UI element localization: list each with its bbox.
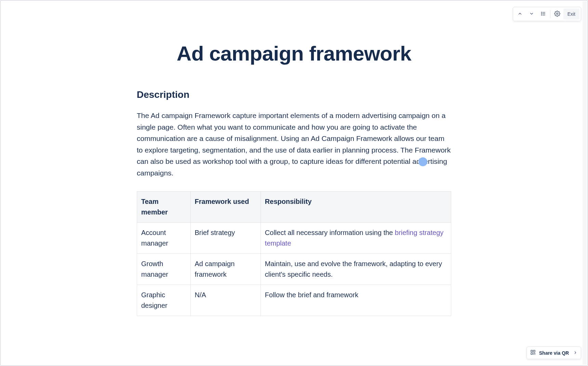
table-row: Growth manager Ad campaign framework Mai…	[137, 253, 451, 285]
settings-button[interactable]	[552, 9, 563, 19]
cell-responsibility: Collect all necessary information using …	[260, 222, 451, 253]
table-header-member: Team member	[137, 191, 191, 222]
scrollbar[interactable]	[583, 1, 587, 365]
cursor-indicator	[418, 157, 427, 166]
svg-point-4	[541, 13, 542, 14]
presentation-toolbar: Exit	[513, 7, 581, 21]
gear-icon	[554, 11, 560, 18]
content: Ad campaign framework Description The Ad…	[133, 1, 455, 330]
table-header-row: Team member Framework used Responsibilit…	[137, 191, 451, 222]
qr-icon	[530, 350, 536, 356]
list-icon	[540, 11, 546, 17]
page-title: Ad campaign framework	[137, 42, 451, 65]
table-header-responsibility: Responsibility	[260, 191, 451, 222]
svg-point-5	[541, 15, 542, 15]
svg-rect-8	[533, 350, 535, 352]
content-scroll[interactable]: Ad campaign framework Description The Ad…	[1, 1, 587, 365]
cell-member: Account manager	[137, 222, 191, 253]
share-label: Share via QR	[539, 350, 569, 356]
exit-button[interactable]: Exit	[563, 9, 579, 19]
description-body: The Ad campaign Framework capture import…	[137, 110, 451, 179]
cell-responsibility: Follow the brief and framework	[260, 285, 451, 316]
chevron-right-icon	[573, 350, 577, 356]
cell-responsibility: Maintain, use and evolve the framework, …	[260, 253, 451, 285]
cell-member: Growth manager	[137, 253, 191, 285]
chevron-down-icon	[529, 11, 534, 17]
cell-framework: N/A	[190, 285, 260, 316]
svg-point-6	[556, 13, 558, 14]
chevron-up-icon	[518, 11, 522, 17]
cell-framework: Brief strategy	[190, 222, 260, 253]
prev-button[interactable]	[514, 9, 525, 19]
presentation-frame: Ad campaign framework Description The Ad…	[0, 0, 588, 366]
table-row: Graphic designer N/A Follow the brief an…	[137, 285, 451, 316]
cell-framework: Ad campaign framework	[190, 253, 260, 285]
outline-button[interactable]	[538, 9, 549, 19]
svg-point-3	[541, 12, 542, 12]
table-row: Account manager Brief strategy Collect a…	[137, 222, 451, 253]
framework-table: Team member Framework used Responsibilit…	[137, 191, 451, 316]
share-qr-button[interactable]: Share via QR	[526, 347, 581, 359]
table-header-framework: Framework used	[190, 191, 260, 222]
svg-rect-7	[531, 350, 533, 352]
toolbar-divider	[550, 10, 550, 18]
cell-member: Graphic designer	[137, 285, 191, 316]
responsibility-text: Collect all necessary information using …	[265, 229, 395, 236]
next-button[interactable]	[526, 9, 537, 19]
description-heading: Description	[137, 89, 451, 100]
svg-rect-9	[531, 353, 533, 354]
